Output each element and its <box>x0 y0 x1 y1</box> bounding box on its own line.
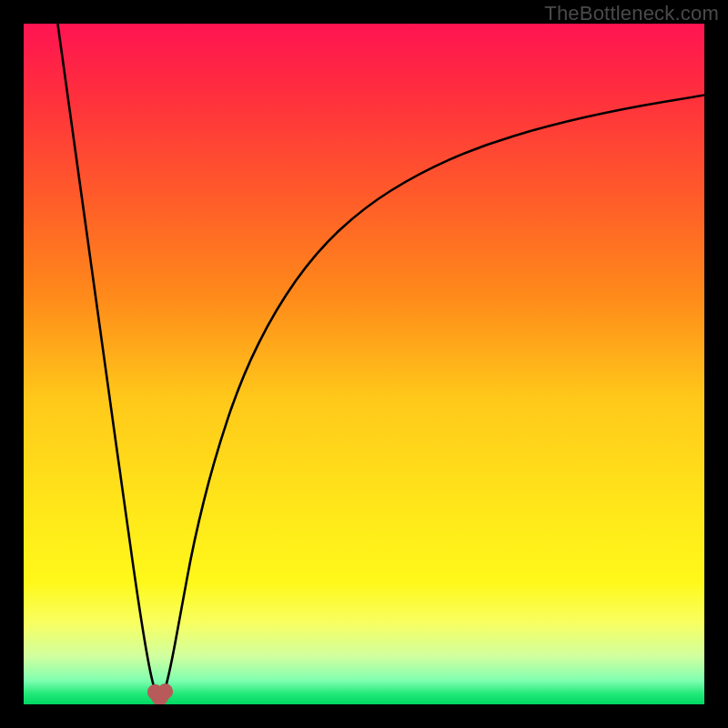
plot-background <box>24 24 704 704</box>
watermark-label: TheBottleneck.com <box>544 2 719 25</box>
chart-frame: TheBottleneck.com <box>0 0 728 728</box>
marker-min-right <box>157 683 173 699</box>
bottleneck-chart <box>24 24 704 704</box>
